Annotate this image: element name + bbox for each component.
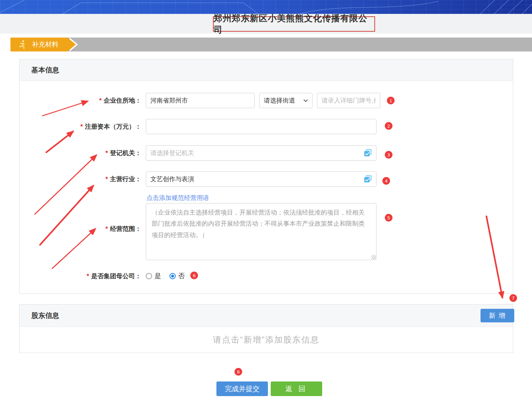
address-region-input[interactable]	[146, 93, 255, 108]
annotation-circle-8: 8	[235, 368, 242, 376]
radio-yes-circle[interactable]	[146, 273, 152, 279]
submit-button[interactable]: 完成并提交	[216, 381, 268, 396]
address-detail-input[interactable]	[317, 93, 380, 108]
required-star: *	[99, 97, 102, 104]
radio-no-label: 否	[178, 272, 185, 281]
banner-decoration	[0, 0, 532, 14]
shareholders-title: 股东信息	[31, 311, 59, 320]
page: 郑州郑东新区小美熊熊文化传播有限公司 补充材料 基本信息	[0, 0, 532, 402]
chevron-down-icon	[303, 99, 308, 102]
radio-no-circle[interactable]	[169, 273, 176, 279]
required-star: *	[87, 273, 89, 280]
scope-textarea[interactable]	[146, 203, 376, 260]
company-name-box: 郑州郑东新区小美熊熊文化传播有限公司	[213, 16, 375, 32]
radio-option-yes[interactable]: 是	[146, 272, 161, 281]
scope-label: *经营范围：	[19, 221, 141, 236]
basic-info-panel: 基本信息 *企业住所地： 请选择街道 *注册资本（万元）： *登记机关	[19, 59, 513, 294]
capital-label: *注册资本（万元）：	[19, 119, 141, 134]
textarea-resize-handle[interactable]	[371, 255, 376, 259]
required-star: *	[105, 225, 108, 232]
industry-label: *主营行业：	[19, 171, 141, 187]
address-label: *企业住所地：	[19, 93, 141, 108]
step-arrow-tip	[68, 38, 76, 51]
step-label: 补充材料	[32, 40, 58, 49]
required-star: *	[105, 150, 108, 156]
title-band: 郑州郑东新区小美熊熊文化传播有限公司	[0, 14, 532, 34]
industry-input[interactable]	[146, 171, 376, 187]
radio-yes-label: 是	[154, 272, 161, 281]
required-star: *	[105, 176, 108, 183]
street-select[interactable]: 请选择街道	[259, 93, 312, 108]
radio-option-no[interactable]: 否	[169, 272, 185, 281]
authority-picker-icon[interactable]	[363, 148, 372, 158]
shareholders-panel: 股东信息 新 增 请点击“新增”添加股东信息	[19, 304, 513, 353]
runner-icon	[18, 40, 26, 49]
group-parent-label: *是否集团母公司：	[19, 271, 141, 281]
authority-input[interactable]	[146, 145, 376, 161]
industry-picker-icon[interactable]	[363, 175, 372, 184]
street-select-value: 请选择街道	[264, 96, 295, 105]
add-shareholder-button[interactable]: 新 增	[481, 309, 514, 322]
annotation-circle-7: 7	[509, 294, 517, 302]
step-current: 补充材料	[10, 38, 68, 51]
add-standard-terms-link[interactable]: 点击添加规范经营用语	[146, 193, 209, 202]
basic-info-title: 基本信息	[31, 65, 59, 75]
shareholders-header: 股东信息 新 增	[19, 305, 513, 327]
company-name: 郑州郑东新区小美熊熊文化传播有限公司	[214, 13, 374, 35]
required-star: *	[80, 123, 83, 130]
authority-label: *登记机关：	[19, 145, 141, 161]
capital-input[interactable]	[146, 119, 376, 134]
basic-info-header: 基本信息	[19, 59, 513, 81]
shareholders-empty-hint: 请点击“新增”添加股东信息	[19, 327, 513, 353]
step-bar: 补充材料	[10, 38, 532, 51]
top-banner	[0, 0, 532, 14]
group-parent-radio-group: 是 否	[146, 271, 185, 281]
back-button[interactable]: 返 回	[271, 381, 322, 396]
